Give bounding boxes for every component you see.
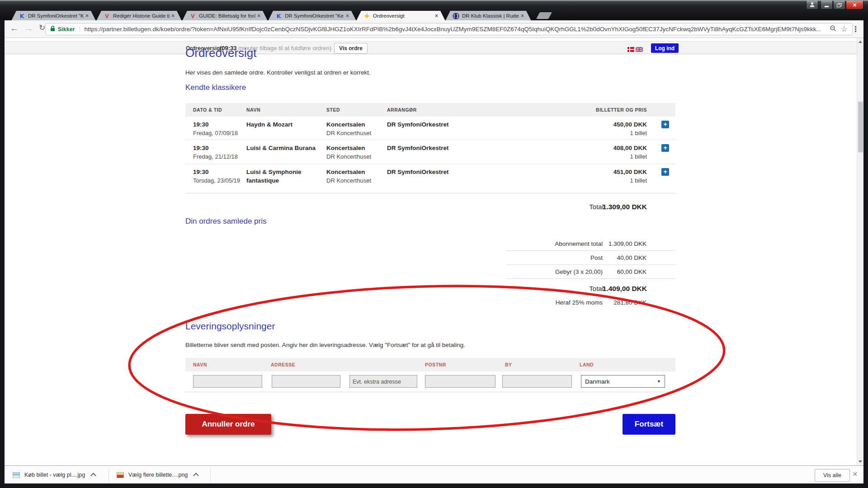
field-label-land: LAND	[580, 362, 594, 367]
col-billetter-pris: BILLETTER OG PRIS	[596, 107, 647, 113]
grand-total-value: 1.409,00 DKK	[603, 285, 647, 293]
tab-title: DR SymfoniOrkestret "Ke	[285, 13, 344, 19]
divider	[210, 468, 211, 482]
bookmark-star-icon[interactable]: ☆	[841, 24, 848, 34]
field-label-adresse: ADRESSE	[271, 362, 295, 367]
tab-close-icon[interactable]: ×	[171, 13, 175, 19]
table-row: 19:30Fredag, 07/09/18 Haydn & Mozart Kon…	[185, 117, 675, 140]
chevron-up-icon[interactable]	[193, 473, 199, 479]
price: 450,00 DKK	[613, 121, 647, 128]
summary-row: Abonnement total 1.309,00 DKK	[506, 237, 675, 251]
field-label-postnr: POSTNR	[425, 362, 446, 367]
scroll-down-icon[interactable]	[859, 460, 862, 463]
download-filename: Køb billet - vælg pl....jpg	[24, 472, 85, 478]
tab-dr-symfoniorkestret-1[interactable]: K DR SymfoniOrkestret "Ke ×	[11, 11, 96, 21]
city-input[interactable]	[502, 375, 572, 388]
postal-code-input[interactable]	[425, 375, 495, 388]
summary-label: Abonnement total	[555, 240, 603, 247]
venue-sub: DR Koncerthuset	[326, 177, 371, 184]
cancel-order-button[interactable]: Annuller ordre	[185, 414, 271, 435]
page-content: Ordreoversigt Ordreoversigt: (09:33 minu…	[5, 38, 857, 465]
forward-icon[interactable]: →	[24, 23, 33, 34]
vat-value: 281,80 DKK	[613, 299, 646, 306]
vat-row: Heraf 25% moms 281,80 DKK	[185, 299, 675, 308]
chevron-down-icon: ▼	[657, 379, 661, 384]
summary-section-heading: Din ordres samlede pris	[185, 217, 267, 226]
tab-title: Redigér Historie Guide ti	[113, 13, 170, 19]
order-timer-bar: Ordreoversigt: (09:33 minuter tilbage ti…	[5, 41, 857, 54]
download-item[interactable]: Vælg flere billette....png	[117, 466, 198, 484]
address-input[interactable]	[272, 375, 340, 388]
vat-label: Heraf 25% moms	[556, 299, 603, 306]
show-all-downloads-button[interactable]: Vis alle	[815, 469, 850, 482]
tab-ordreoversigt-active[interactable]: Ordreoversigt ×	[356, 11, 445, 21]
menu-icon[interactable]: ⋮	[852, 24, 859, 34]
scroll-up-icon[interactable]	[859, 41, 862, 43]
vis-ordre-button[interactable]: Vis ordre	[334, 43, 368, 54]
divider	[80, 26, 80, 33]
log-ind-button[interactable]: Log ind	[651, 43, 679, 53]
total-value: 1.309,00 DKK	[603, 203, 647, 211]
tab-dr-symfoniorkestret-2[interactable]: K DR SymfoniOrkestret "Ke ×	[268, 11, 356, 21]
tab-close-icon[interactable]: ×	[257, 13, 260, 19]
k-logo-icon: K	[19, 13, 25, 19]
reload-icon[interactable]: ↻	[39, 23, 45, 33]
profile-button[interactable]	[806, 1, 818, 9]
minimize-button[interactable]	[821, 1, 833, 9]
venue: Koncertsalen	[326, 121, 371, 128]
tab-close-icon[interactable]: ×	[346, 13, 349, 19]
page-scrollbar[interactable]	[857, 38, 863, 465]
price-summary-table: Abonnement total 1.309,00 DKK Post 40,00…	[506, 237, 675, 279]
country-select[interactable]: Danmark ▼	[581, 375, 665, 388]
delivery-form-header: NAVN ADRESSE POSTNR BY LAND	[185, 358, 675, 371]
chevron-up-icon[interactable]	[90, 473, 96, 479]
browser-toolbar: ← → ↻ Sikker https://partner.billetlugen…	[5, 20, 863, 38]
zoom-indicator-icon[interactable]	[830, 25, 836, 33]
expand-plus-button[interactable]: +	[661, 121, 669, 128]
scrollbar-thumb[interactable]	[858, 102, 863, 152]
field-label-by: BY	[505, 362, 512, 367]
quantity: 1 billet	[613, 153, 647, 160]
expand-plus-button[interactable]: +	[661, 144, 669, 152]
close-downloads-icon[interactable]: ×	[853, 469, 858, 479]
uk-flag-icon[interactable]	[636, 46, 643, 54]
downloads-bar: Køb billet - vælg pl....jpg Vælg flere b…	[5, 465, 863, 483]
image-file-icon	[13, 472, 20, 478]
download-filename: Vælg flere billette....png	[128, 472, 188, 478]
grand-total-label: Total	[589, 285, 604, 292]
close-button[interactable]: ×	[846, 1, 863, 9]
continue-button[interactable]: Fortsæt	[623, 414, 675, 435]
tab-close-icon[interactable]: ×	[435, 13, 438, 19]
venue-sub: DR Koncerthuset	[326, 129, 371, 137]
tab-rediger-historie[interactable]: V Redigér Historie Guide ti ×	[96, 11, 182, 21]
event-date: Torsdag, 23/05/19	[193, 177, 240, 184]
price: 408,00 DKK	[613, 144, 647, 152]
expand-plus-button[interactable]: +	[661, 168, 669, 176]
summary-label: Post	[590, 254, 603, 261]
address-bar[interactable]: Sikker https://partner.billetlugen.dk/ko…	[45, 23, 853, 35]
extra-address-input[interactable]	[349, 375, 417, 388]
download-item[interactable]: Køb billet - vælg pl....jpg	[13, 466, 95, 484]
delivery-section-heading: Leveringsoplysninger	[185, 321, 275, 332]
tickets-table: DATO & TID NAVN STED ARRANGØR BILLETTER …	[185, 103, 675, 193]
lock-icon	[50, 25, 55, 33]
person-icon	[809, 1, 815, 9]
tab-close-icon[interactable]: ×	[85, 13, 89, 19]
danish-flag-icon[interactable]	[627, 46, 634, 54]
new-tab-button[interactable]	[536, 12, 552, 19]
col-arrangor: ARRANGØR	[387, 107, 417, 113]
page-title: Ordreoversigt	[185, 46, 257, 60]
restore-button[interactable]	[833, 1, 845, 9]
event-date: Fredag, 07/09/18	[193, 129, 238, 137]
event-time: 19:30	[193, 121, 238, 128]
tab-dr-klub-klassisk[interactable]: DR Klub Klassisk | Ruders ×	[445, 11, 531, 21]
table-row: 19:30Torsdag, 23/05/19 Luisi & Symphonie…	[185, 164, 675, 193]
summary-value: 60,00 DKK	[617, 268, 646, 275]
dr-logo-icon	[453, 13, 459, 19]
event-name: Haydn & Mozart	[246, 121, 292, 128]
tab-close-icon[interactable]: ×	[521, 13, 524, 19]
tab-guide-billetsalg[interactable]: V GUIDE: Billetsalg for forå ×	[182, 11, 268, 21]
name-input[interactable]	[193, 375, 262, 388]
quantity: 1 billet	[613, 177, 647, 184]
back-icon[interactable]: ←	[10, 23, 19, 34]
